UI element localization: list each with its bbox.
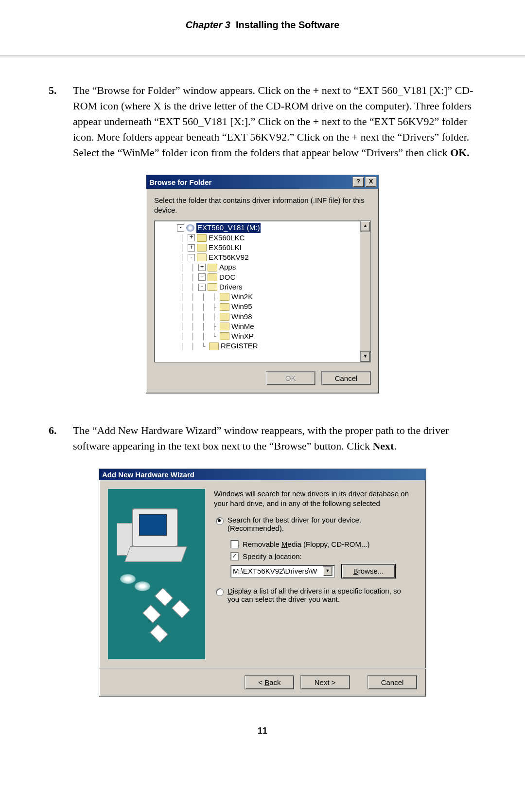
checkbox-icon[interactable]: [230, 540, 239, 548]
chevron-down-icon[interactable]: ▼: [323, 566, 332, 576]
help-button[interactable]: ?: [352, 177, 364, 187]
minus-icon[interactable]: -: [177, 224, 184, 232]
radio-icon[interactable]: [216, 588, 224, 596]
tree-node-drivers[interactable]: ││-Drivers: [156, 282, 359, 292]
tree-node-win2k[interactable]: │││├Win2K: [156, 292, 359, 302]
plus-icon[interactable]: +: [198, 264, 206, 271]
folder-icon: [209, 343, 219, 350]
step-5: 5. The “Browse for Folder” window appear…: [49, 83, 476, 160]
checkbox-icon-checked[interactable]: ✓: [230, 552, 239, 560]
cd-icon: [186, 224, 194, 232]
folder-icon: [197, 234, 207, 242]
tree-node-win95[interactable]: │││├Win95: [156, 302, 359, 311]
dialog2-title: Add New Hardware Wizard: [102, 470, 194, 479]
chapter-header: Chapter 3 Installing the Software: [49, 19, 476, 36]
radio-icon[interactable]: [216, 517, 224, 525]
scroll-down-button[interactable]: ▼: [360, 351, 370, 362]
dialog1-instruction: Select the folder that contains driver i…: [154, 196, 371, 215]
folder-icon: [197, 244, 207, 252]
tree-node-winme[interactable]: │││├WinMe: [156, 322, 359, 331]
tree-node-ex560lkc[interactable]: │+EX560LKC: [156, 233, 359, 243]
chapter-title: Installing the Software: [236, 19, 339, 30]
checkbox-specify-location[interactable]: ✓ Specify a location:: [230, 552, 417, 560]
tree-node-doc[interactable]: ││+DOC: [156, 272, 359, 282]
folder-icon: [220, 303, 229, 311]
scroll-up-button[interactable]: ▲: [360, 221, 370, 232]
folder-icon: [220, 323, 229, 330]
header-divider: [0, 55, 525, 58]
step-5-body: The “Browse for Folder” window appears. …: [73, 83, 476, 160]
wizard-intro-text: Windows will search for new drivers in i…: [214, 489, 417, 509]
folder-icon: [208, 264, 217, 271]
folder-icon: [220, 332, 229, 340]
chapter-number: Chapter 3: [186, 19, 230, 30]
tree-node-winxp[interactable]: │││└WinXP: [156, 331, 359, 341]
step-6-body: The “Add New Hardware Wizard” window rea…: [73, 423, 476, 454]
tree-node-ext56kv92[interactable]: │-EXT56KV92: [156, 253, 359, 262]
plus-icon[interactable]: +: [198, 273, 206, 281]
minus-icon[interactable]: -: [198, 284, 206, 291]
folder-icon: [220, 313, 229, 321]
dialog1-titlebar[interactable]: Browse for Folder ? X: [146, 175, 379, 189]
tree-node-win98[interactable]: │││├Win98: [156, 312, 359, 322]
cancel-button[interactable]: Cancel: [321, 371, 371, 385]
folder-icon: [208, 273, 217, 281]
plus-icon[interactable]: +: [188, 244, 195, 252]
vertical-scrollbar[interactable]: ▲ ▼: [360, 221, 370, 362]
folder-icon: [208, 283, 217, 291]
close-button[interactable]: X: [365, 177, 377, 187]
step-5-number: 5.: [49, 83, 63, 160]
tree-root[interactable]: -EXT560_V181 (M:): [156, 223, 359, 233]
checkbox-removable-media[interactable]: Removable Media (Floppy, CD-ROM...): [230, 540, 417, 548]
minus-icon[interactable]: -: [188, 254, 195, 261]
tree-node-ex560lki[interactable]: │+EX560LKI: [156, 243, 359, 253]
dialog2-titlebar[interactable]: Add New Hardware Wizard: [99, 469, 426, 480]
location-path: M:\EXT56KV92\Drivers\W: [233, 567, 317, 575]
plus-icon[interactable]: +: [188, 234, 195, 241]
radio-display-list[interactable]: Display a list of all the drivers in a s…: [216, 587, 417, 603]
tree-node-apps[interactable]: ││+Apps: [156, 262, 359, 272]
ok-button[interactable]: OK: [266, 371, 315, 385]
folder-icon: [220, 293, 229, 301]
page-number: 11: [49, 726, 476, 736]
browse-for-folder-dialog: Browse for Folder ? X Select the folder …: [146, 175, 379, 394]
cancel-button[interactable]: Cancel: [368, 675, 417, 689]
next-button[interactable]: Next >: [300, 675, 350, 689]
back-button[interactable]: < Back: [245, 675, 294, 689]
wizard-illustration: [108, 489, 205, 659]
radio-search-best-driver[interactable]: Search for the best driver for your devi…: [216, 516, 417, 532]
step-6-number: 6.: [49, 423, 63, 454]
add-new-hardware-wizard-dialog: Add New Hardware Wizard Windows will sea…: [99, 469, 426, 697]
location-combo[interactable]: M:\EXT56KV92\Drivers\W ▼: [230, 565, 335, 577]
browse-button[interactable]: Browse...: [342, 564, 395, 578]
folder-icon: [197, 253, 207, 261]
tree-node-register[interactable]: ││└REGISTER: [156, 341, 359, 351]
dialog1-title: Browse for Folder: [149, 178, 211, 186]
step-6: 6. The “Add New Hardware Wizard” window …: [49, 423, 476, 454]
folder-tree[interactable]: -EXT560_V181 (M:) │+EX560LKC │+EX560LKI …: [154, 220, 371, 362]
